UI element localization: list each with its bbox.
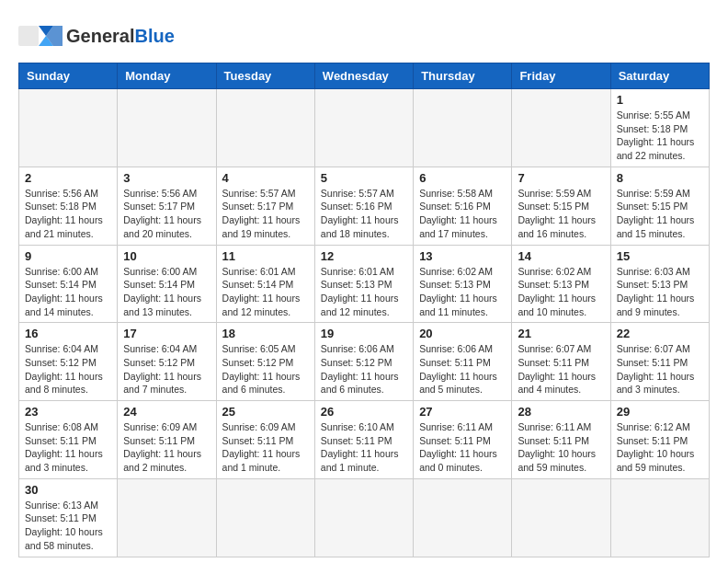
weekday-header-friday: Friday: [512, 63, 610, 89]
calendar-table: SundayMondayTuesdayWednesdayThursdayFrid…: [18, 63, 710, 557]
day-info: Sunrise: 6:03 AM Sunset: 5:13 PM Dayligh…: [617, 265, 703, 319]
day-info: Sunrise: 6:04 AM Sunset: 5:12 PM Dayligh…: [123, 342, 210, 396]
calendar-week-row: 23Sunrise: 6:08 AM Sunset: 5:11 PM Dayli…: [19, 401, 710, 479]
day-number: 29: [617, 405, 703, 419]
calendar-week-row: 30Sunrise: 6:13 AM Sunset: 5:11 PM Dayli…: [19, 478, 710, 557]
calendar-cell: 23Sunrise: 6:08 AM Sunset: 5:11 PM Dayli…: [19, 401, 118, 479]
day-info: Sunrise: 6:00 AM Sunset: 5:14 PM Dayligh…: [25, 265, 111, 319]
day-number: 19: [321, 327, 407, 340]
day-info: Sunrise: 6:02 AM Sunset: 5:13 PM Dayligh…: [518, 265, 604, 319]
calendar-cell: 29Sunrise: 6:12 AM Sunset: 5:11 PM Dayli…: [610, 401, 709, 479]
calendar-cell: 2Sunrise: 5:56 AM Sunset: 5:18 PM Daylig…: [19, 167, 118, 245]
day-number: 27: [419, 405, 506, 419]
calendar-cell: 28Sunrise: 6:11 AM Sunset: 5:11 PM Dayli…: [512, 401, 610, 479]
calendar-cell: 18Sunrise: 6:05 AM Sunset: 5:12 PM Dayli…: [216, 323, 314, 401]
calendar-cell: 16Sunrise: 6:04 AM Sunset: 5:12 PM Dayli…: [19, 323, 118, 401]
calendar-cell: 24Sunrise: 6:09 AM Sunset: 5:11 PM Dayli…: [118, 401, 216, 479]
weekday-header-monday: Monday: [118, 63, 216, 89]
calendar-cell: 21Sunrise: 6:07 AM Sunset: 5:11 PM Dayli…: [512, 323, 610, 401]
calendar-cell: 7Sunrise: 5:59 AM Sunset: 5:15 PM Daylig…: [512, 167, 610, 245]
calendar-cell: [314, 89, 413, 167]
day-info: Sunrise: 5:57 AM Sunset: 5:16 PM Dayligh…: [321, 187, 407, 241]
calendar-cell: 9Sunrise: 6:00 AM Sunset: 5:14 PM Daylig…: [19, 245, 118, 323]
weekday-header-tuesday: Tuesday: [216, 63, 314, 89]
calendar-week-row: 2Sunrise: 5:56 AM Sunset: 5:18 PM Daylig…: [19, 167, 710, 245]
calendar-cell: 19Sunrise: 6:06 AM Sunset: 5:12 PM Dayli…: [314, 323, 413, 401]
day-number: 17: [123, 327, 210, 340]
day-number: 28: [518, 405, 604, 419]
day-number: 26: [321, 405, 407, 419]
day-info: Sunrise: 5:58 AM Sunset: 5:16 PM Dayligh…: [419, 187, 506, 241]
calendar-cell: [314, 478, 413, 557]
weekday-header-saturday: Saturday: [610, 63, 709, 89]
day-number: 7: [518, 171, 604, 185]
day-number: 15: [617, 249, 703, 263]
calendar-cell: 6Sunrise: 5:58 AM Sunset: 5:16 PM Daylig…: [414, 167, 512, 245]
day-number: 16: [25, 327, 111, 340]
day-info: Sunrise: 6:00 AM Sunset: 5:14 PM Dayligh…: [123, 265, 210, 319]
day-number: 22: [617, 327, 703, 340]
calendar-cell: 8Sunrise: 5:59 AM Sunset: 5:15 PM Daylig…: [610, 167, 709, 245]
calendar-cell: [414, 478, 512, 557]
day-info: Sunrise: 5:59 AM Sunset: 5:15 PM Dayligh…: [518, 187, 604, 241]
day-info: Sunrise: 6:01 AM Sunset: 5:14 PM Dayligh…: [222, 265, 309, 319]
calendar-cell: [414, 89, 512, 167]
day-number: 9: [25, 249, 111, 263]
calendar-cell: 15Sunrise: 6:03 AM Sunset: 5:13 PM Dayli…: [610, 245, 709, 323]
calendar-cell: [118, 89, 216, 167]
day-info: Sunrise: 6:02 AM Sunset: 5:13 PM Dayligh…: [419, 265, 506, 319]
calendar-cell: [216, 478, 314, 557]
svg-rect-0: [18, 26, 39, 46]
calendar-header: SundayMondayTuesdayWednesdayThursdayFrid…: [19, 63, 710, 89]
logo-icon: [18, 18, 63, 53]
day-info: Sunrise: 6:01 AM Sunset: 5:13 PM Dayligh…: [321, 265, 407, 319]
day-info: Sunrise: 5:59 AM Sunset: 5:15 PM Dayligh…: [617, 187, 703, 241]
page-header: GeneralBlue: [18, 18, 710, 53]
day-info: Sunrise: 6:06 AM Sunset: 5:12 PM Dayligh…: [321, 342, 407, 396]
day-info: Sunrise: 6:05 AM Sunset: 5:12 PM Dayligh…: [222, 342, 309, 396]
day-number: 2: [25, 171, 111, 185]
calendar-body: 1Sunrise: 5:55 AM Sunset: 5:18 PM Daylig…: [19, 89, 710, 557]
day-info: Sunrise: 6:09 AM Sunset: 5:11 PM Dayligh…: [123, 420, 210, 475]
day-info: Sunrise: 5:55 AM Sunset: 5:18 PM Dayligh…: [617, 109, 703, 163]
day-number: 4: [222, 171, 309, 185]
calendar-cell: 12Sunrise: 6:01 AM Sunset: 5:13 PM Dayli…: [314, 245, 413, 323]
day-number: 25: [222, 405, 309, 419]
day-number: 24: [123, 405, 210, 419]
calendar-week-row: 9Sunrise: 6:00 AM Sunset: 5:14 PM Daylig…: [19, 245, 710, 323]
calendar-cell: 3Sunrise: 5:56 AM Sunset: 5:17 PM Daylig…: [118, 167, 216, 245]
logo-blue-text: Blue: [134, 26, 174, 46]
day-info: Sunrise: 5:56 AM Sunset: 5:18 PM Dayligh…: [25, 187, 111, 241]
calendar-cell: 4Sunrise: 5:57 AM Sunset: 5:17 PM Daylig…: [216, 167, 314, 245]
day-info: Sunrise: 6:04 AM Sunset: 5:12 PM Dayligh…: [25, 342, 111, 396]
day-number: 6: [419, 171, 506, 185]
day-info: Sunrise: 6:07 AM Sunset: 5:11 PM Dayligh…: [617, 342, 703, 396]
day-number: 3: [123, 171, 210, 185]
day-number: 11: [222, 249, 309, 263]
calendar-week-row: 16Sunrise: 6:04 AM Sunset: 5:12 PM Dayli…: [19, 323, 710, 401]
calendar-cell: [19, 89, 118, 167]
calendar-cell: 26Sunrise: 6:10 AM Sunset: 5:11 PM Dayli…: [314, 401, 413, 479]
calendar-cell: [512, 478, 610, 557]
calendar-cell: 1Sunrise: 5:55 AM Sunset: 5:18 PM Daylig…: [610, 89, 709, 167]
day-info: Sunrise: 6:06 AM Sunset: 5:11 PM Dayligh…: [419, 342, 506, 396]
day-number: 13: [419, 249, 506, 263]
day-number: 14: [518, 249, 604, 263]
calendar-cell: 11Sunrise: 6:01 AM Sunset: 5:14 PM Dayli…: [216, 245, 314, 323]
calendar-cell: 27Sunrise: 6:11 AM Sunset: 5:11 PM Dayli…: [414, 401, 512, 479]
calendar-cell: 14Sunrise: 6:02 AM Sunset: 5:13 PM Dayli…: [512, 245, 610, 323]
day-info: Sunrise: 6:11 AM Sunset: 5:11 PM Dayligh…: [518, 420, 604, 475]
day-info: Sunrise: 6:09 AM Sunset: 5:11 PM Dayligh…: [222, 420, 309, 475]
logo-general-text: General: [66, 26, 134, 46]
day-number: 1: [617, 93, 703, 107]
calendar-cell: 10Sunrise: 6:00 AM Sunset: 5:14 PM Dayli…: [118, 245, 216, 323]
weekday-header-row: SundayMondayTuesdayWednesdayThursdayFrid…: [19, 63, 710, 89]
calendar-cell: 25Sunrise: 6:09 AM Sunset: 5:11 PM Dayli…: [216, 401, 314, 479]
calendar-cell: 13Sunrise: 6:02 AM Sunset: 5:13 PM Dayli…: [414, 245, 512, 323]
day-number: 23: [25, 405, 111, 419]
calendar-cell: 17Sunrise: 6:04 AM Sunset: 5:12 PM Dayli…: [118, 323, 216, 401]
day-number: 21: [518, 327, 604, 340]
day-number: 5: [321, 171, 407, 185]
day-info: Sunrise: 6:10 AM Sunset: 5:11 PM Dayligh…: [321, 420, 407, 475]
day-info: Sunrise: 6:12 AM Sunset: 5:11 PM Dayligh…: [617, 420, 703, 475]
